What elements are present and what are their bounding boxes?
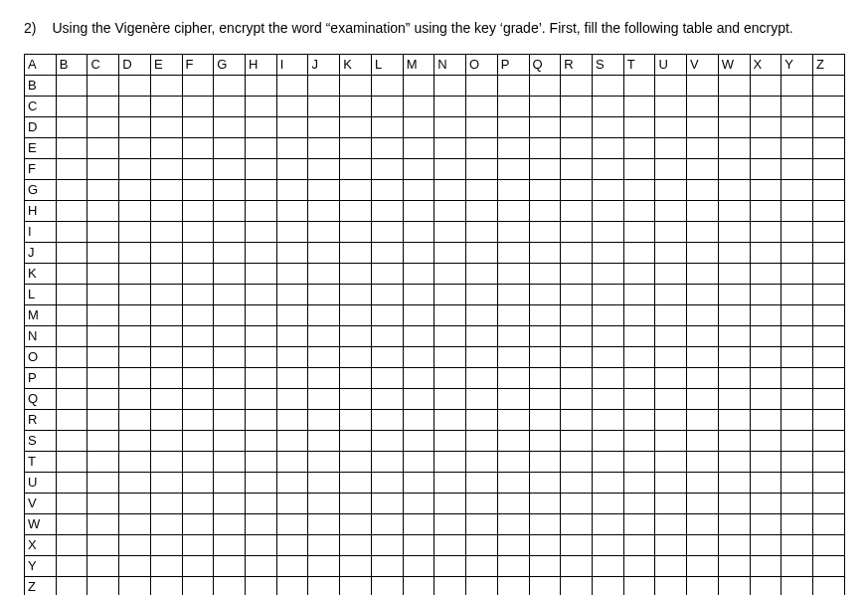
empty-cell (150, 222, 182, 243)
empty-cell (687, 535, 719, 556)
empty-cell (150, 473, 182, 494)
empty-cell (781, 410, 813, 431)
empty-cell (497, 347, 529, 368)
empty-cell (246, 577, 277, 596)
empty-cell (750, 222, 781, 243)
empty-cell (529, 556, 561, 577)
empty-cell (750, 76, 781, 97)
empty-cell (182, 222, 214, 243)
empty-cell (434, 97, 466, 117)
empty-cell (150, 243, 182, 264)
empty-cell (655, 285, 687, 305)
empty-cell (87, 138, 119, 159)
empty-cell (276, 452, 308, 473)
table-row: S (25, 431, 845, 452)
empty-cell (812, 368, 844, 389)
empty-cell (150, 452, 182, 473)
table-row: V (25, 494, 845, 514)
empty-cell (403, 97, 434, 117)
empty-cell (561, 577, 593, 596)
empty-cell (466, 222, 498, 243)
empty-cell (750, 514, 781, 535)
empty-cell (812, 494, 844, 514)
empty-cell (655, 97, 687, 117)
empty-cell (56, 97, 87, 117)
empty-cell (434, 556, 466, 577)
empty-cell (87, 285, 119, 305)
empty-cell (592, 494, 623, 514)
empty-cell (561, 326, 593, 347)
empty-cell (592, 285, 623, 305)
empty-cell (434, 180, 466, 201)
empty-cell (529, 243, 561, 264)
empty-cell (403, 556, 434, 577)
empty-cell (182, 326, 214, 347)
empty-cell (276, 347, 308, 368)
empty-cell (718, 389, 750, 410)
empty-cell (687, 514, 719, 535)
empty-cell (403, 494, 434, 514)
question-number: 2) (24, 20, 36, 36)
empty-cell (214, 347, 246, 368)
empty-cell (497, 222, 529, 243)
row-header-cell: L (25, 285, 57, 305)
empty-cell (466, 76, 498, 97)
empty-cell (340, 117, 372, 138)
empty-cell (371, 222, 403, 243)
empty-cell (87, 326, 119, 347)
empty-cell (87, 305, 119, 326)
empty-cell (308, 243, 340, 264)
empty-cell (812, 305, 844, 326)
empty-cell (529, 431, 561, 452)
table-row: W (25, 514, 845, 535)
empty-cell (529, 452, 561, 473)
empty-cell (308, 556, 340, 577)
empty-cell (119, 326, 151, 347)
empty-cell (592, 76, 623, 97)
empty-cell (812, 514, 844, 535)
empty-cell (529, 76, 561, 97)
empty-cell (655, 473, 687, 494)
empty-cell (371, 243, 403, 264)
empty-cell (308, 285, 340, 305)
empty-cell (371, 347, 403, 368)
empty-cell (561, 305, 593, 326)
empty-cell (214, 159, 246, 180)
empty-cell (812, 138, 844, 159)
empty-cell (182, 138, 214, 159)
table-row: G (25, 180, 845, 201)
empty-cell (781, 243, 813, 264)
empty-cell (561, 138, 593, 159)
row-header-cell: M (25, 305, 57, 326)
empty-cell (371, 431, 403, 452)
empty-cell (812, 347, 844, 368)
empty-cell (276, 577, 308, 596)
table-row: Z (25, 577, 845, 596)
empty-cell (150, 535, 182, 556)
header-cell: Q (529, 55, 561, 76)
empty-cell (182, 243, 214, 264)
empty-cell (623, 97, 655, 117)
table-row: F (25, 159, 845, 180)
question-text: Using the Vigenère cipher, encrypt the w… (52, 20, 792, 36)
empty-cell (592, 577, 623, 596)
empty-cell (56, 201, 87, 222)
empty-cell (214, 222, 246, 243)
empty-cell (466, 494, 498, 514)
empty-cell (781, 389, 813, 410)
empty-cell (276, 305, 308, 326)
row-header-cell: Z (25, 577, 57, 596)
header-cell: B (56, 55, 87, 76)
empty-cell (812, 556, 844, 577)
empty-cell (403, 285, 434, 305)
empty-cell (371, 76, 403, 97)
empty-cell (687, 97, 719, 117)
empty-cell (214, 138, 246, 159)
row-header-cell: D (25, 117, 57, 138)
empty-cell (434, 138, 466, 159)
empty-cell (812, 264, 844, 285)
empty-cell (529, 473, 561, 494)
empty-cell (466, 305, 498, 326)
empty-cell (718, 410, 750, 431)
empty-cell (781, 347, 813, 368)
